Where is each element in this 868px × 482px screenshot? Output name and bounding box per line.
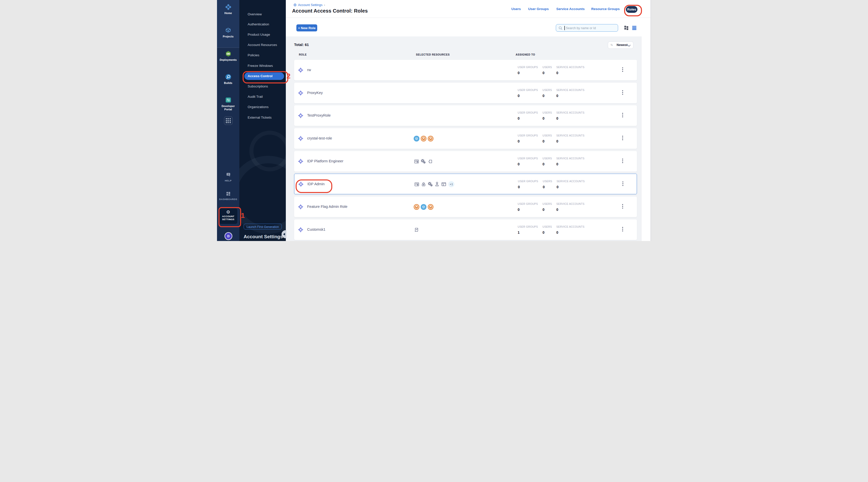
- role-target-icon: [298, 136, 303, 141]
- chevron-down-icon: [627, 43, 631, 47]
- grid-view-icon: [624, 25, 629, 30]
- tab-users[interactable]: Users: [512, 7, 521, 11]
- role-row[interactable]: IDP Platform EngineerUSER GROUPS0USERS0S…: [294, 151, 637, 172]
- search-box[interactable]: [556, 24, 618, 32]
- sidebar-item-dashboards[interactable]: DASHBOARDS: [217, 191, 239, 201]
- list-view-button[interactable]: [632, 25, 637, 30]
- new-role-button[interactable]: + New Role: [297, 24, 317, 31]
- cube-resource-icon: [414, 136, 420, 142]
- assigned-label: USERS: [542, 66, 552, 69]
- builds-icon: [225, 77, 232, 81]
- sidebar-item-home[interactable]: Home: [217, 3, 239, 15]
- gears-resource-icon: [421, 158, 426, 164]
- assigned-count: 0: [518, 208, 520, 212]
- user-avatar[interactable]: D: [224, 232, 232, 240]
- sidebar-item-help[interactable]: ? HELP: [217, 172, 239, 182]
- row-menu-button[interactable]: [620, 203, 625, 210]
- search-icon: [558, 26, 563, 30]
- role-name-link[interactable]: ProxyKey: [307, 91, 323, 95]
- role-name-link[interactable]: rw: [307, 68, 311, 72]
- role-name-link[interactable]: IDP Admin: [307, 182, 324, 186]
- grid-view-button[interactable]: [624, 25, 629, 30]
- assigned-label: USER GROUPS: [518, 225, 538, 228]
- role-row[interactable]: Feature Flag Admin RoleUSER GROUPS0USERS…: [294, 197, 637, 217]
- lock-resource-icon: [421, 181, 426, 187]
- sort-dropdown[interactable]: ↑↓ Newest: [608, 41, 633, 49]
- launch-first-generation-button[interactable]: Launch First Generation: [244, 224, 282, 230]
- breadcrumb[interactable]: ⚙Account Settings›: [293, 3, 325, 7]
- cert-resource-icon: [414, 158, 419, 164]
- list-view-icon: [632, 25, 637, 30]
- row-menu-button[interactable]: [620, 158, 625, 165]
- plus-icon: +: [298, 26, 300, 30]
- role-name-link[interactable]: Feature Flag Admin Role: [307, 205, 347, 209]
- row-menu-button[interactable]: [620, 226, 625, 233]
- cert-resource-icon: [414, 181, 420, 187]
- assigned-count: 0: [556, 162, 558, 166]
- search-input[interactable]: [565, 25, 617, 31]
- role-row[interactable]: TestProxyRoleUSER GROUPS0USERS0SERVICE A…: [294, 105, 637, 126]
- nav-item-product-usage[interactable]: Product Usage: [239, 31, 286, 38]
- role-row[interactable]: Customsk1USER GROUPS1USERS0SERVICE ACCOU…: [294, 219, 637, 240]
- sidebar-item-label: DASHBOARDS: [217, 198, 239, 201]
- column-header-assigned-to: ASSIGNED TO: [516, 53, 535, 56]
- role-name-link[interactable]: IDP Platform Engineer: [307, 159, 343, 163]
- deployments-icon: [225, 54, 232, 58]
- nav-item-organizations[interactable]: Organizations: [239, 103, 286, 111]
- nav-item-access-control[interactable]: Access Control: [244, 72, 284, 80]
- row-menu-button[interactable]: [620, 181, 626, 188]
- assigned-count: 0: [542, 71, 545, 75]
- sidebar-item-builds[interactable]: Builds: [217, 73, 239, 85]
- role-row[interactable]: rwUSER GROUPS0USERS0SERVICE ACCOUNTS0: [294, 60, 637, 81]
- breadcrumb-link[interactable]: Account Settings: [298, 3, 322, 7]
- sidebar-item-account-settings[interactable]: ⚙ ACCOUNT SETTINGS: [219, 208, 237, 224]
- nav-item-subscriptions[interactable]: Subscriptions: [239, 83, 286, 90]
- role-name-link[interactable]: crystal-test-role: [307, 136, 332, 140]
- selected-resources-icons: [414, 158, 433, 164]
- tab-service-accounts[interactable]: Service Accounts: [556, 7, 585, 11]
- sidebar-item-developer-portal[interactable]: Developer Portal: [217, 96, 239, 111]
- role-row[interactable]: ProxyKeyUSER GROUPS0USERS0SERVICE ACCOUN…: [294, 83, 637, 103]
- row-menu-button[interactable]: [620, 67, 625, 73]
- tab-roles-active[interactable]: Roles: [626, 6, 638, 13]
- assigned-label: USERS: [542, 202, 552, 205]
- assigned-count: 0: [556, 231, 558, 235]
- tab-user-groups[interactable]: User Groups: [528, 7, 549, 11]
- row-menu-button[interactable]: [620, 112, 625, 119]
- role-name-link[interactable]: TestProxyRole: [307, 113, 331, 117]
- sidebar-item-projects[interactable]: Projects: [217, 27, 239, 38]
- projects-icon: [225, 30, 231, 35]
- role-row[interactable]: crystal-test-roleUSER GROUPS0USERS0SERVI…: [294, 128, 637, 149]
- breadcrumb-gear-icon: ⚙: [293, 3, 297, 7]
- nav-item-external-tickets[interactable]: External Tickets: [239, 114, 286, 121]
- nav-item-account-resources[interactable]: Account Resources: [239, 41, 286, 49]
- nav-item-authentication[interactable]: Authentication: [239, 21, 286, 28]
- page-header: ⚙Account Settings› Account Access Contro…: [286, 0, 651, 18]
- sidebar-item-label: Builds: [217, 82, 239, 85]
- flag-resource-icon: [421, 136, 427, 142]
- sidebar-item-deployments[interactable]: Deployments: [217, 50, 239, 62]
- role-name-link[interactable]: Customsk1: [307, 228, 326, 232]
- more-resources-badge[interactable]: +1: [448, 181, 454, 187]
- module-sidebar: Home Projects Deployments Builds Develop: [217, 0, 239, 241]
- row-menu-button[interactable]: [620, 135, 625, 142]
- row-menu-button[interactable]: [620, 89, 625, 96]
- content-gutter-divider: [641, 36, 642, 241]
- window-edge: [651, 0, 651, 241]
- role-target-icon: [298, 158, 303, 164]
- module-browser-button[interactable]: [217, 116, 239, 125]
- tab-resource-groups[interactable]: Resource Groups: [591, 7, 620, 11]
- assigned-count: 0: [518, 139, 520, 143]
- nav-item-policies[interactable]: Policies: [239, 52, 286, 59]
- role-row[interactable]: IDP Admin+1USER GROUPS0USERS0SERVICE ACC…: [294, 174, 637, 194]
- assigned-count: 0: [542, 208, 545, 212]
- assigned-count: 0: [518, 185, 520, 189]
- gear-watermark: [239, 156, 286, 234]
- nav-item-audit-trail[interactable]: Audit Trail: [239, 93, 286, 100]
- nav-item-freeze-windows[interactable]: Freeze Windows: [239, 62, 286, 70]
- nav-item-overview[interactable]: Overview: [239, 10, 286, 18]
- sort-icon: ↑↓: [610, 43, 612, 47]
- assigned-count: 0: [518, 94, 520, 98]
- assigned-count: 0: [542, 116, 545, 120]
- assigned-label: USERS: [542, 157, 552, 160]
